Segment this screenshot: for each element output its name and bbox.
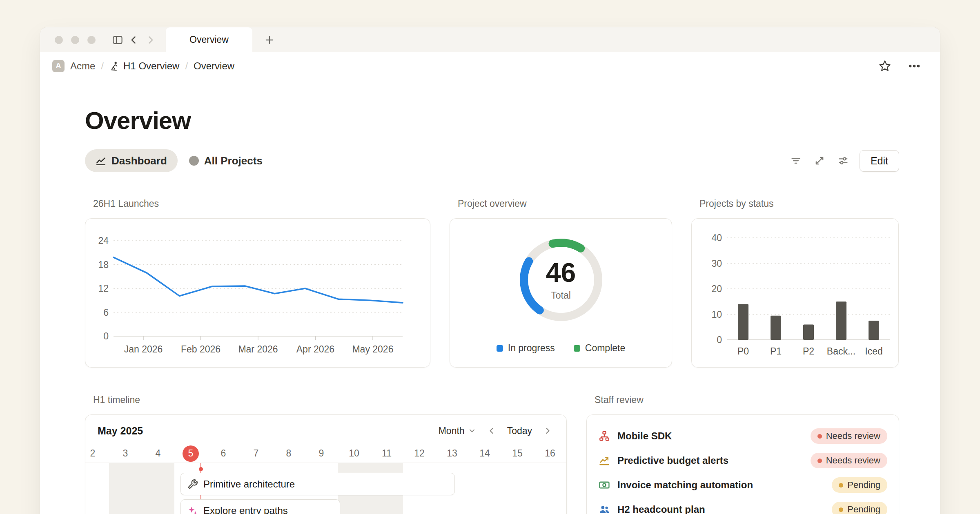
- timeline-day: 12: [403, 444, 436, 463]
- parent-page-icon: [109, 61, 120, 71]
- sidebar-toggle-icon[interactable]: [109, 32, 126, 48]
- expand-icon[interactable]: [814, 155, 825, 166]
- breadcrumb-workspace[interactable]: Acme: [70, 60, 95, 72]
- svg-text:6: 6: [103, 307, 109, 318]
- timeline-day: 15: [501, 444, 534, 463]
- launches-card: 06121824Jan 2026Feb 2026Mar 2026Apr 2026…: [85, 218, 430, 368]
- timeline-card-col: H1 timeline May 2025 Month Today: [85, 394, 567, 514]
- by-status-card-label: Projects by status: [699, 198, 899, 209]
- svg-text:Apr 2026: Apr 2026: [296, 344, 334, 354]
- staff-item-title: H2 headcount plan: [617, 504, 832, 514]
- status-badge[interactable]: Pending: [832, 502, 887, 514]
- donut-legend: In progressComplete: [497, 343, 626, 354]
- tab-all-projects[interactable]: All Projects: [189, 155, 263, 167]
- timeline-item-title: Explore entry paths: [203, 505, 288, 514]
- project-overview-card: 46 Total In progressComplete: [450, 218, 672, 368]
- timeline-next-icon[interactable]: [543, 426, 552, 436]
- legend-item: In progress: [497, 343, 555, 354]
- settings-sliders-icon[interactable]: [837, 155, 849, 166]
- timeline-prev-icon[interactable]: [487, 426, 497, 436]
- timeline-today-dot: [199, 467, 203, 471]
- view-controls-row: Dashboard All Projects Edit: [85, 149, 899, 172]
- svg-text:20: 20: [711, 284, 722, 294]
- timeline-day: 10: [338, 444, 370, 463]
- app-window: Overview A Acme / H1 Overview / Overview: [40, 27, 940, 514]
- svg-text:12: 12: [98, 283, 109, 294]
- status-badge[interactable]: Needs review: [811, 453, 887, 468]
- trend-chart-icon: [598, 454, 610, 467]
- staff-review-row[interactable]: Mobile SDKNeeds review: [598, 424, 887, 448]
- org-chart-icon: [598, 430, 610, 442]
- staff-card-col: Staff review Mobile SDKNeeds reviewPredi…: [586, 394, 899, 514]
- timeline-grid: Primitive architectureExplore entry path…: [85, 463, 566, 514]
- timeline-view-mode-select[interactable]: Month: [439, 425, 476, 436]
- donut-center: 46 Total: [518, 237, 604, 323]
- timeline-today-badge: 5: [183, 445, 199, 462]
- people-icon: [598, 503, 610, 514]
- timeline-card-label: H1 timeline: [93, 394, 567, 405]
- favorite-star-icon[interactable]: [878, 59, 892, 73]
- sparkles-icon: [187, 505, 198, 514]
- forward-icon[interactable]: [142, 32, 158, 48]
- timeline-day: 9: [305, 444, 338, 463]
- more-ellipsis-icon[interactable]: [907, 59, 921, 73]
- breadcrumb-actions: [878, 59, 921, 73]
- status-badge[interactable]: Needs review: [811, 428, 887, 444]
- timeline-header: May 2025 Month Today: [85, 415, 566, 444]
- legend-label: Complete: [585, 343, 625, 354]
- page-content: Overview Dashboard All Projects: [40, 106, 940, 514]
- svg-text:40: 40: [711, 233, 722, 243]
- staff-review-card: Mobile SDKNeeds reviewPredictive budget …: [586, 414, 899, 514]
- status-label: Needs review: [826, 455, 880, 466]
- filter-icon[interactable]: [790, 155, 802, 166]
- chevron-down-icon: [468, 427, 476, 435]
- new-tab-plus-icon[interactable]: [261, 32, 278, 48]
- timeline-day: 4: [142, 444, 174, 463]
- staff-item-title: Mobile SDK: [617, 430, 811, 442]
- traffic-light-close[interactable]: [55, 36, 63, 44]
- back-icon[interactable]: [126, 32, 142, 48]
- view-option-icons: [790, 155, 849, 166]
- timeline-weekend-shade: [109, 463, 142, 514]
- staff-review-row[interactable]: Predictive budget alertsNeeds review: [598, 448, 887, 473]
- status-label: Pending: [847, 504, 880, 514]
- breadcrumb-separator: /: [101, 60, 104, 72]
- launches-card-label: 26H1 Launches: [93, 198, 430, 209]
- edit-button[interactable]: Edit: [860, 150, 899, 172]
- donut-total-value: 46: [546, 259, 576, 286]
- staff-item-title: Invoice matching automation: [617, 479, 832, 491]
- breadcrumb: A Acme / H1 Overview / Overview: [52, 60, 878, 72]
- timeline-item[interactable]: Explore entry paths: [180, 499, 340, 514]
- timeline-item-title: Primitive architecture: [203, 479, 295, 490]
- status-dot: [839, 507, 843, 512]
- breadcrumb-parent[interactable]: H1 Overview: [109, 60, 179, 72]
- traffic-light-minimize[interactable]: [71, 36, 79, 44]
- timeline-day: 6: [207, 444, 240, 463]
- breadcrumb-current[interactable]: Overview: [194, 60, 234, 72]
- timeline-day: 13: [436, 444, 468, 463]
- traffic-light-zoom[interactable]: [87, 36, 96, 44]
- status-bar-chart: 010203040P0P1P2Back...Iced: [697, 231, 893, 358]
- tab-overview[interactable]: Overview: [166, 27, 252, 52]
- breadcrumb-separator: /: [185, 60, 188, 72]
- staff-card-label: Staff review: [595, 394, 899, 405]
- staff-review-row[interactable]: H2 headcount planPending: [598, 497, 887, 514]
- page-title: Overview: [85, 106, 899, 135]
- svg-text:Feb 2026: Feb 2026: [181, 344, 220, 354]
- legend-swatch: [497, 345, 503, 352]
- timeline-today-button[interactable]: Today: [507, 425, 532, 436]
- timeline-item[interactable]: Primitive architecture: [180, 473, 455, 495]
- donut-total-caption: Total: [551, 290, 571, 301]
- legend-item: Complete: [574, 343, 625, 354]
- tab-dashboard[interactable]: Dashboard: [85, 149, 178, 172]
- staff-review-row[interactable]: Invoice matching automationPending: [598, 473, 887, 497]
- timeline-card: May 2025 Month Today 2345678910111213141…: [85, 414, 567, 514]
- svg-text:P2: P2: [803, 346, 814, 357]
- workspace-avatar[interactable]: A: [52, 60, 65, 72]
- svg-text:30: 30: [711, 258, 722, 269]
- svg-text:0: 0: [717, 335, 722, 345]
- legend-swatch: [574, 345, 580, 352]
- svg-text:Mar 2026: Mar 2026: [238, 344, 278, 354]
- svg-text:18: 18: [98, 259, 109, 270]
- status-badge[interactable]: Pending: [832, 477, 887, 493]
